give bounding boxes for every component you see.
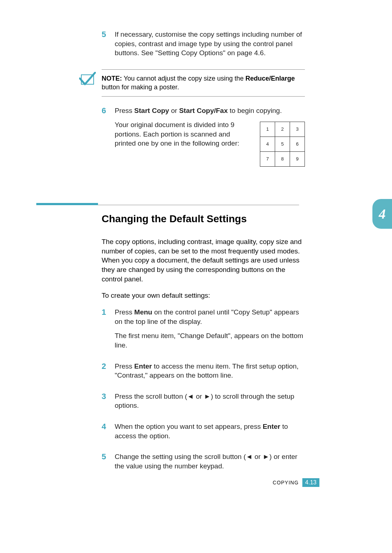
grid-cell: 6 bbox=[290, 137, 305, 152]
grid-cell: 4 bbox=[260, 137, 275, 152]
step-body: When the option you want to set appears,… bbox=[115, 422, 305, 446]
t: to begin copying. bbox=[228, 107, 282, 114]
step-5-top: 5 If necessary, customise the copy setti… bbox=[102, 30, 305, 63]
step-number: 3 bbox=[102, 392, 115, 415]
step-text: If necessary, customise the copy setting… bbox=[115, 30, 305, 58]
section-heading: Changing the Default Settings bbox=[102, 213, 305, 225]
step-number: 2 bbox=[102, 362, 115, 385]
footer-section-label: COPYING bbox=[273, 480, 299, 485]
grid-cell: 5 bbox=[275, 137, 290, 152]
t: Press bbox=[115, 107, 134, 114]
step-1: 1 Press Menu on the control panel until … bbox=[102, 308, 305, 355]
grid-cell: 9 bbox=[290, 152, 305, 167]
step-3: 3 Press the scroll button (◄ or ►) to sc… bbox=[102, 392, 305, 415]
t: Enter bbox=[134, 362, 152, 370]
step-body: Press the scroll button (◄ or ►) to scro… bbox=[115, 392, 305, 415]
checkmark-note-icon bbox=[79, 72, 96, 87]
step-sub: The first menu item, "Change Default", a… bbox=[115, 331, 305, 350]
grid-cell: 8 bbox=[275, 152, 290, 167]
note-label: NOTE: bbox=[102, 75, 122, 82]
t: Press bbox=[115, 362, 134, 370]
step-6: 6 Press Start Copy or Start Copy/Fax to … bbox=[102, 106, 305, 167]
note-text-after: button for making a poster. bbox=[102, 84, 179, 91]
step-number: 5 bbox=[102, 30, 115, 63]
grid-cell: 2 bbox=[275, 122, 290, 137]
step-number: 1 bbox=[102, 308, 115, 355]
page-footer: COPYING 4.13 bbox=[273, 478, 319, 487]
step-4: 4 When the option you want to set appear… bbox=[102, 422, 305, 446]
intro-paragraph-2: To create your own default settings: bbox=[102, 291, 305, 300]
page-content: 5 If necessary, customise the copy setti… bbox=[102, 30, 305, 483]
step-body: If necessary, customise the copy setting… bbox=[115, 30, 305, 63]
step-body: Press Menu on the control panel until "C… bbox=[115, 308, 305, 355]
step-body: Press Enter to access the menu item. The… bbox=[115, 362, 305, 385]
step-text: Press Menu on the control panel until "C… bbox=[115, 308, 305, 326]
chapter-tab: 4 bbox=[372, 199, 392, 229]
step6-line1: Press Start Copy or Start Copy/Fax to be… bbox=[115, 106, 305, 115]
portion-order-grid: 1 2 3 4 5 6 7 8 9 bbox=[260, 122, 305, 167]
step-2: 2 Press Enter to access the menu item. T… bbox=[102, 362, 305, 385]
footer-page-number: 4.13 bbox=[302, 478, 319, 487]
t: or bbox=[169, 107, 179, 114]
step6-sub: Your original document is divided into 9… bbox=[115, 120, 253, 148]
step-text: Press the scroll button (◄ or ►) to scro… bbox=[115, 392, 305, 410]
note-text-before: You cannot adjust the copy size using th… bbox=[122, 75, 245, 82]
note-block: NOTE: You cannot adjust the copy size us… bbox=[102, 69, 305, 97]
note-bold: Reduce/Enlarge bbox=[245, 75, 295, 82]
t: Enter bbox=[263, 423, 281, 430]
grid-cell: 1 bbox=[260, 122, 275, 137]
t: Start Copy bbox=[134, 107, 169, 114]
step-number: 6 bbox=[102, 106, 115, 167]
grid-cell: 3 bbox=[290, 122, 305, 137]
step-number: 5 bbox=[102, 452, 115, 476]
step-body: Change the setting using the scroll butt… bbox=[115, 452, 305, 476]
grid-cell: 7 bbox=[260, 152, 275, 167]
t: When the option you want to set appears,… bbox=[115, 423, 263, 430]
step-number: 4 bbox=[102, 422, 115, 446]
step-body: Press Start Copy or Start Copy/Fax to be… bbox=[115, 106, 305, 167]
intro-paragraph: The copy options, including contrast, im… bbox=[102, 237, 305, 284]
t: Start Copy/Fax bbox=[179, 107, 228, 114]
step-text: Press Enter to access the menu item. The… bbox=[115, 362, 305, 380]
step-5-bottom: 5 Change the setting using the scroll bu… bbox=[102, 452, 305, 476]
step-text: Change the setting using the scroll butt… bbox=[115, 452, 305, 471]
step-text: When the option you want to set appears,… bbox=[115, 422, 305, 440]
t: Press bbox=[115, 308, 134, 316]
section-divider bbox=[36, 203, 299, 205]
t: Menu bbox=[134, 308, 152, 316]
